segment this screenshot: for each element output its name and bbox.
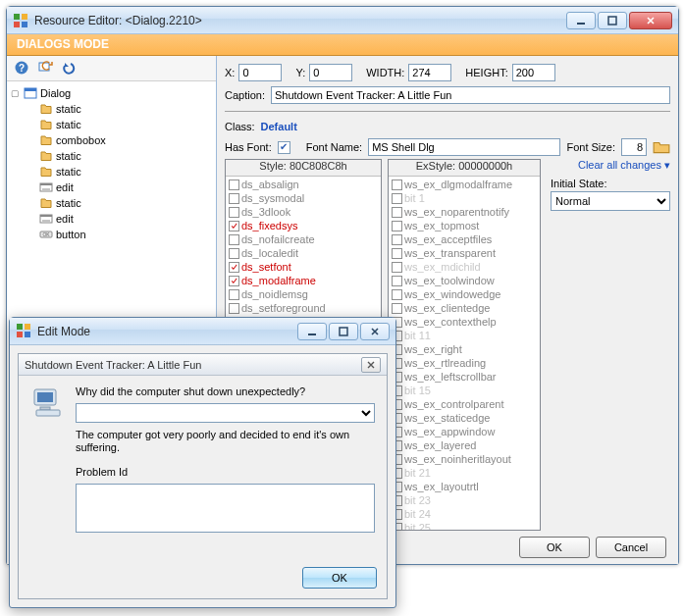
checkbox-icon[interactable] (392, 234, 402, 245)
checkbox-icon[interactable] (229, 193, 239, 204)
help-icon[interactable]: ? (13, 59, 30, 77)
exstyle-item[interactable]: ws_ex_right (389, 342, 540, 356)
checkbox-icon[interactable] (229, 262, 239, 273)
maximize-button[interactable] (598, 12, 627, 29)
checkbox-icon[interactable] (392, 221, 402, 231)
checkbox-icon[interactable] (392, 289, 402, 300)
checkbox-icon[interactable] (229, 221, 239, 231)
style-item[interactable]: ds_nofailcreate (226, 232, 381, 246)
exstyle-item[interactable]: bit 23 (389, 493, 540, 507)
exstyle-item[interactable]: ws_ex_toolwindow (389, 274, 540, 287)
open-folder-icon[interactable] (653, 139, 670, 155)
checkbox-icon[interactable] (392, 248, 402, 259)
exstyle-item[interactable]: ws_ex_layoutrtl (389, 480, 540, 493)
hasfont-checkbox[interactable] (278, 141, 290, 154)
tree-item[interactable]: OKbutton (36, 227, 214, 242)
tree-item-label: static (56, 150, 81, 162)
exstyle-item[interactable]: ws_ex_acceptfiles (389, 232, 540, 246)
checkbox-icon[interactable] (229, 248, 239, 259)
titlebar[interactable]: Resource Editor: <Dialog.2210> (7, 7, 678, 34)
clear-changes-link[interactable]: Clear all changes ▾ (551, 159, 670, 172)
exstyle-item[interactable]: bit 25 (389, 521, 540, 530)
tree-item[interactable]: static (36, 164, 214, 180)
edit-close-button[interactable] (360, 323, 390, 340)
class-link[interactable]: Default (261, 121, 297, 132)
checkbox-icon[interactable] (392, 276, 402, 286)
exstyle-item[interactable]: bit 15 (389, 384, 540, 397)
exstyle-item[interactable]: ws_ex_dlgmodalframe (389, 178, 540, 191)
exstyle-item[interactable]: ws_ex_transparent (389, 246, 540, 260)
tree-item[interactable]: static (36, 101, 214, 117)
tree-item[interactable]: static (36, 117, 214, 132)
exstyle-item[interactable]: ws_ex_topmost (389, 219, 540, 232)
exstyle-item[interactable]: ws_ex_layered (389, 438, 540, 452)
style-item[interactable]: ds_sysmodal (226, 191, 381, 205)
width-input[interactable] (408, 64, 451, 81)
preview-titlebar[interactable]: Shutdown Event Tracker: A Little Fun (19, 354, 387, 376)
x-input[interactable] (238, 64, 282, 81)
fontname-input[interactable] (368, 138, 560, 156)
checkbox-icon[interactable] (392, 303, 402, 314)
style-item[interactable]: ds_setfont (226, 260, 381, 274)
style-item[interactable]: ds_noidlemsg (226, 287, 381, 301)
exstyle-item[interactable]: bit 1 (389, 191, 540, 205)
exstyle-item[interactable]: ws_ex_noinheritlayout (389, 452, 540, 466)
tree-item[interactable]: edit (36, 211, 214, 227)
style-item[interactable]: ds_modalframe (226, 274, 381, 287)
exstyle-item[interactable]: ws_ex_noparentnotify (389, 205, 540, 219)
tree-root[interactable]: ▢ Dialog (9, 85, 214, 101)
exstyle-item[interactable]: ws_ex_clientedge (389, 301, 540, 315)
reason-combobox[interactable] (76, 403, 375, 423)
exstyle-item[interactable]: ws_ex_staticedge (389, 411, 540, 425)
checkbox-icon[interactable] (392, 207, 402, 218)
initial-state-select[interactable]: Normal (551, 191, 670, 211)
checkbox-icon[interactable] (229, 303, 239, 314)
exstyle-item[interactable]: bit 24 (389, 507, 540, 521)
fontsize-input[interactable] (621, 138, 647, 156)
tree-item[interactable]: static (36, 195, 214, 211)
checkbox-icon[interactable] (392, 262, 402, 273)
style-item[interactable]: ds_absalign (226, 178, 381, 191)
cancel-button[interactable]: Cancel (596, 537, 666, 558)
style-item[interactable]: ds_3dlook (226, 205, 381, 219)
checkbox-icon[interactable] (229, 234, 239, 245)
caption-input[interactable] (271, 86, 670, 104)
y-input[interactable] (309, 64, 352, 81)
style-item[interactable]: ds_fixedsys (226, 219, 381, 232)
checkbox-icon[interactable] (229, 276, 239, 286)
exstyle-item[interactable]: ws_ex_leftscrollbar (389, 370, 540, 384)
checkbox-icon[interactable] (229, 180, 239, 190)
mode-bar: DIALOGS MODE (7, 34, 678, 56)
style-item[interactable]: ds_setforeground (226, 301, 381, 315)
edit-minimize-button[interactable] (297, 323, 327, 340)
minimize-button[interactable] (566, 12, 596, 29)
preview-ok-button[interactable]: OK (302, 567, 377, 589)
exstyle-item[interactable]: ws_ex_appwindow (389, 425, 540, 438)
tree-item[interactable]: static (36, 148, 214, 164)
exstyle-item[interactable]: ws_ex_rtlreading (389, 356, 540, 370)
exstyle-item[interactable]: bit 11 (389, 329, 540, 342)
preview-close-button[interactable] (361, 357, 381, 373)
checkbox-icon[interactable] (392, 180, 402, 190)
edit-maximize-button[interactable] (329, 323, 358, 340)
collapse-icon[interactable]: ▢ (9, 88, 21, 98)
exstyle-item[interactable]: ws_ex_mdichild (389, 260, 540, 274)
exstyle-item[interactable]: ws_ex_contexthelp (389, 315, 540, 329)
undo-icon[interactable] (60, 59, 78, 77)
exstyle-item[interactable]: bit 21 (389, 466, 540, 480)
tree-item[interactable]: edit (36, 180, 214, 195)
style-item[interactable]: ds_localedit (226, 246, 381, 260)
exstyle-item[interactable]: ws_ex_windowedge (389, 287, 540, 301)
close-button[interactable] (629, 12, 672, 29)
checkbox-icon[interactable] (229, 289, 239, 300)
problem-id-input[interactable] (76, 484, 375, 533)
exstyle-item[interactable]: ws_ex_controlparent (389, 397, 540, 411)
exstyle-list[interactable]: ws_ex_dlgmodalframebit 1ws_ex_noparentno… (389, 178, 540, 530)
checkbox-icon[interactable] (392, 193, 402, 204)
edit-mode-titlebar[interactable]: Edit Mode (10, 318, 395, 345)
tree-item[interactable]: combobox (36, 132, 214, 148)
height-input[interactable] (512, 64, 555, 81)
refresh-icon[interactable] (36, 59, 54, 77)
checkbox-icon[interactable] (229, 207, 239, 218)
ok-button[interactable]: OK (519, 537, 590, 558)
